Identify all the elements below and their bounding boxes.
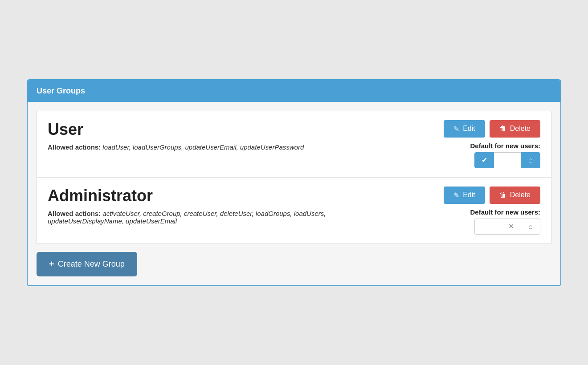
group-row-admin: Administrator Allowed actions: activateU…	[37, 178, 551, 243]
btn-row-user: ✎ Edit 🗑 Delete	[444, 120, 540, 138]
default-label-user: Default for new users:	[470, 142, 540, 150]
edit-button-user[interactable]: ✎ Edit	[444, 120, 485, 138]
toggle-home-admin[interactable]: ⌂	[521, 219, 540, 235]
panel-header: User Groups	[28, 80, 560, 102]
delete-button-user[interactable]: 🗑 Delete	[490, 120, 540, 138]
trash-icon-user: 🗑	[499, 125, 506, 133]
panel-title: User Groups	[37, 86, 85, 95]
toggle-home-user[interactable]: ⌂	[521, 152, 540, 168]
default-label-admin: Default for new users:	[470, 208, 540, 216]
toggle-check-user[interactable]: ✔	[474, 152, 494, 168]
group-controls-user: ✎ Edit 🗑 Delete Default for new users: ✔	[416, 120, 540, 168]
edit-icon-admin: ✎	[453, 191, 459, 199]
group-info-user: User Allowed actions: loadUser, loadUser…	[48, 120, 416, 151]
edit-button-admin[interactable]: ✎ Edit	[444, 187, 485, 204]
create-button-label: Create New Group	[58, 260, 125, 269]
actions-list-user: loadUser, loadUserGroups, updateUserEmai…	[102, 143, 304, 151]
group-row-user: User Allowed actions: loadUser, loadUser…	[37, 111, 551, 178]
default-toggle-admin: ✕ ⌂	[474, 219, 540, 235]
group-controls-admin: ✎ Edit 🗑 Delete Default for new users: ✕	[416, 187, 540, 235]
create-new-group-button[interactable]: + Create New Group	[37, 252, 137, 276]
delete-button-admin[interactable]: 🗑 Delete	[490, 187, 540, 204]
group-name-user: User	[48, 120, 398, 139]
group-actions-user: Allowed actions: loadUser, loadUserGroup…	[48, 143, 398, 151]
trash-icon-admin: 🗑	[499, 191, 506, 199]
actions-label-user: Allowed actions:	[48, 143, 101, 151]
groups-container: User Allowed actions: loadUser, loadUser…	[37, 111, 551, 244]
actions-label-admin: Allowed actions:	[48, 210, 101, 217]
plus-icon: +	[49, 259, 54, 269]
default-section-admin: Default for new users: ✕ ⌂	[470, 208, 540, 235]
toggle-input-user[interactable]	[494, 152, 521, 168]
btn-row-admin: ✎ Edit 🗑 Delete	[444, 187, 540, 204]
user-groups-panel: User Groups User Allowed actions: loadUs…	[27, 79, 561, 286]
group-info-admin: Administrator Allowed actions: activateU…	[48, 187, 416, 225]
default-toggle-user: ✔ ⌂	[474, 152, 540, 168]
default-section-user: Default for new users: ✔ ⌂	[470, 142, 540, 168]
group-name-admin: Administrator	[48, 187, 398, 205]
toggle-x-admin[interactable]: ✕	[501, 219, 521, 235]
edit-icon-user: ✎	[453, 125, 459, 133]
panel-body: User Allowed actions: loadUser, loadUser…	[28, 102, 560, 285]
group-actions-admin: Allowed actions: activateUser, createGro…	[48, 210, 398, 225]
toggle-input-admin[interactable]	[474, 219, 501, 235]
